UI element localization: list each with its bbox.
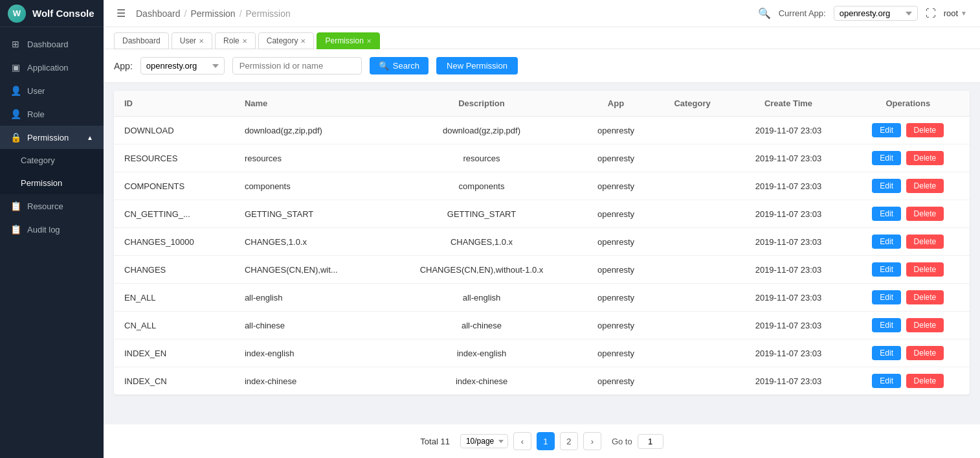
cell-operations: Edit Delete [847, 172, 970, 200]
table-row: CN_ALL all-chinese all-chinese openresty… [114, 312, 970, 339]
sidebar-item-label: Permission [27, 133, 69, 143]
page-1-button[interactable]: 1 [537, 432, 555, 450]
table-wrapper: ID Name Description App Category Create … [104, 83, 980, 424]
next-page-button[interactable]: › [583, 432, 601, 450]
sidebar-item-label: Dashboard [27, 40, 69, 49]
sidebar-item-permission[interactable]: 🔒 Permission ▲ [0, 126, 104, 149]
goto-input[interactable] [638, 434, 663, 449]
breadcrumb-sep-1: / [184, 8, 187, 19]
new-permission-button[interactable]: New Permission [436, 57, 518, 74]
fullscreen-icon[interactable]: ⛶ [926, 8, 936, 19]
cell-app: openresty [577, 256, 654, 284]
cell-id: CHANGES [114, 256, 234, 284]
cell-id: INDEX_EN [114, 339, 234, 367]
page-2-button[interactable]: 2 [560, 432, 578, 450]
cell-operations: Edit Delete [847, 256, 970, 284]
cell-app: openresty [577, 339, 654, 367]
tab-label: Role [223, 36, 239, 45]
col-name: Name [234, 91, 386, 117]
delete-button[interactable]: Delete [906, 235, 944, 249]
sidebar-item-application[interactable]: ▣ Application [0, 56, 104, 79]
cell-category [654, 200, 731, 228]
delete-button[interactable]: Delete [906, 318, 944, 332]
tab-close-icon[interactable]: ✕ [300, 38, 306, 45]
search-input[interactable] [232, 57, 362, 74]
cell-category [654, 367, 731, 395]
sidebar-nav: ⊞ Dashboard ▣ Application 👤 User 👤 Role … [0, 27, 104, 458]
tab-role[interactable]: Role ✕ [215, 32, 256, 49]
app-filter-select[interactable]: openresty.org [140, 57, 225, 74]
sidebar-item-audit-log[interactable]: 📋 Audit log [0, 218, 104, 241]
cell-app: openresty [577, 144, 654, 172]
cell-operations: Edit Delete [847, 144, 970, 172]
delete-button[interactable]: Delete [906, 151, 944, 165]
edit-button[interactable]: Edit [872, 374, 901, 388]
delete-button[interactable]: Delete [906, 207, 944, 221]
cell-name: CHANGES(CN,EN),wit... [234, 256, 386, 284]
audit-icon: 📋 [10, 224, 21, 235]
tab-label: User [180, 36, 196, 45]
edit-button[interactable]: Edit [872, 123, 901, 137]
filter-bar: App: openresty.org 🔍 Search New Permissi… [104, 49, 980, 83]
table-header-row: ID Name Description App Category Create … [114, 91, 970, 117]
delete-button[interactable]: Delete [906, 262, 944, 277]
delete-button[interactable]: Delete [906, 290, 944, 304]
cell-create-time: 2019-11-07 23:03 [730, 117, 846, 144]
permission-submenu: Category Permission [0, 149, 104, 194]
sidebar-item-resource[interactable]: 📋 Resource [0, 194, 104, 218]
breadcrumb: Dashboard / Permission / Permission [136, 8, 291, 19]
col-id: ID [114, 91, 234, 117]
logo-icon: W [8, 5, 26, 23]
delete-button[interactable]: Delete [906, 179, 944, 193]
sidebar-item-category[interactable]: Category [0, 149, 104, 172]
tab-label: Permission [325, 36, 363, 45]
sidebar-item-permission-sub[interactable]: Permission [0, 172, 104, 194]
sidebar-logo[interactable]: W Wolf Console [0, 0, 104, 27]
edit-button[interactable]: Edit [872, 318, 901, 332]
col-operations: Operations [847, 91, 970, 117]
col-app: App [577, 91, 654, 117]
cell-operations: Edit Delete [847, 117, 970, 144]
cell-app: openresty [577, 172, 654, 200]
edit-button[interactable]: Edit [872, 235, 901, 249]
table-row: RESOURCES resources resources openresty … [114, 144, 970, 172]
delete-button[interactable]: Delete [906, 346, 944, 360]
breadcrumb-dashboard[interactable]: Dashboard [136, 8, 181, 19]
sidebar-item-role[interactable]: 👤 Role [0, 102, 104, 126]
breadcrumb-permission-1[interactable]: Permission [190, 8, 235, 19]
sidebar-item-user[interactable]: 👤 User [0, 79, 104, 102]
edit-button[interactable]: Edit [872, 262, 901, 277]
delete-button[interactable]: Delete [906, 374, 944, 388]
prev-page-button[interactable]: ‹ [513, 432, 531, 450]
cell-category [654, 256, 731, 284]
tab-category[interactable]: Category ✕ [258, 32, 315, 49]
tab-permission[interactable]: Permission ✕ [317, 32, 379, 49]
tab-dashboard[interactable]: Dashboard [114, 32, 169, 49]
edit-button[interactable]: Edit [872, 290, 901, 304]
current-app-select[interactable]: openresty.org [834, 6, 918, 21]
permission-icon: 🔒 [10, 132, 21, 143]
edit-button[interactable]: Edit [872, 207, 901, 221]
tab-close-icon[interactable]: ✕ [199, 38, 204, 45]
cell-operations: Edit Delete [847, 367, 970, 395]
cell-id: CN_ALL [114, 312, 234, 339]
cell-category [654, 144, 731, 172]
header-search-icon[interactable]: 🔍 [758, 7, 771, 19]
tab-user[interactable]: User ✕ [172, 32, 212, 49]
edit-button[interactable]: Edit [872, 151, 901, 165]
edit-button[interactable]: Edit [872, 179, 901, 193]
sidebar-item-dashboard[interactable]: ⊞ Dashboard [0, 32, 104, 56]
tab-close-icon[interactable]: ✕ [366, 38, 372, 45]
cell-create-time: 2019-11-07 23:03 [730, 256, 846, 284]
main-content: ☰ Dashboard / Permission / Permission 🔍 … [104, 0, 980, 458]
menu-icon[interactable]: ☰ [117, 7, 126, 19]
search-button[interactable]: 🔍 Search [370, 57, 429, 74]
tab-close-icon[interactable]: ✕ [242, 38, 247, 45]
cell-description: GETTING_START [386, 200, 577, 228]
user-info[interactable]: root ▼ [944, 8, 967, 18]
delete-button[interactable]: Delete [906, 123, 944, 137]
edit-button[interactable]: Edit [872, 346, 901, 360]
cell-app: openresty [577, 367, 654, 395]
table-row: CHANGES CHANGES(CN,EN),wit... CHANGES(CN… [114, 256, 970, 284]
page-size-select[interactable]: 10/page 20/page 50/page [460, 434, 508, 448]
